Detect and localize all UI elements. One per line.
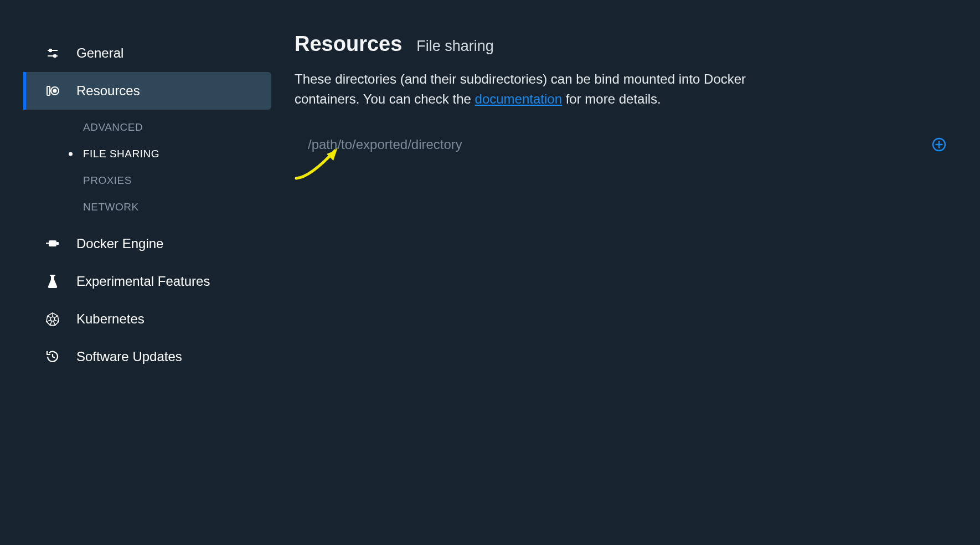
sidebar-item-label: ADVANCED <box>83 121 143 133</box>
sidebar-item-label: General <box>76 45 123 61</box>
engine-icon <box>45 236 60 251</box>
documentation-link[interactable]: documentation <box>475 91 562 106</box>
kubernetes-icon <box>45 312 60 326</box>
resources-icon <box>45 84 60 98</box>
add-path-button[interactable] <box>931 137 947 152</box>
svg-rect-7 <box>46 243 49 244</box>
sidebar: General Resources ADVANCED FILE SHARING … <box>0 0 271 545</box>
main-content: Resources File sharing These directories… <box>271 0 980 545</box>
path-input[interactable] <box>295 133 920 156</box>
resources-subitems: ADVANCED FILE SHARING PROXIES NETWORK <box>23 110 271 225</box>
sidebar-item-software-updates[interactable]: Software Updates <box>23 338 271 376</box>
svg-point-1 <box>49 49 51 52</box>
svg-rect-4 <box>47 86 50 95</box>
sidebar-subitem-network[interactable]: NETWORK <box>83 194 271 220</box>
sliders-icon <box>45 46 60 60</box>
svg-rect-9 <box>56 242 59 245</box>
sidebar-item-label: FILE SHARING <box>83 148 159 160</box>
page-header: Resources File sharing <box>295 32 947 56</box>
plus-circle-icon <box>932 137 946 152</box>
svg-line-16 <box>53 321 55 325</box>
sidebar-item-label: Experimental Features <box>76 274 210 289</box>
svg-point-3 <box>54 55 56 57</box>
sidebar-item-label: Software Updates <box>76 349 182 364</box>
svg-rect-10 <box>50 275 55 276</box>
sidebar-item-label: Resources <box>76 83 140 99</box>
sidebar-item-label: PROXIES <box>83 174 132 187</box>
sidebar-item-label: NETWORK <box>83 201 139 213</box>
sidebar-item-experimental-features[interactable]: Experimental Features <box>23 263 271 300</box>
sidebar-item-resources[interactable]: Resources <box>23 72 271 110</box>
sidebar-item-general[interactable]: General <box>23 34 271 72</box>
sidebar-item-label: Docker Engine <box>76 236 163 251</box>
svg-rect-8 <box>49 240 56 246</box>
svg-line-14 <box>54 316 58 317</box>
sidebar-item-kubernetes[interactable]: Kubernetes <box>23 300 271 338</box>
sidebar-subitem-proxies[interactable]: PROXIES <box>83 167 271 194</box>
svg-line-17 <box>50 321 51 325</box>
svg-point-6 <box>54 90 56 92</box>
sidebar-item-docker-engine[interactable]: Docker Engine <box>23 225 271 263</box>
svg-point-12 <box>50 317 54 321</box>
history-icon <box>45 349 60 364</box>
svg-line-19 <box>48 316 51 317</box>
path-input-row <box>295 133 947 156</box>
sidebar-subitem-advanced[interactable]: ADVANCED <box>83 114 271 141</box>
flask-icon <box>45 274 60 289</box>
sidebar-subitem-file-sharing[interactable]: FILE SHARING <box>83 141 271 167</box>
description-post: for more details. <box>562 91 661 106</box>
page-subtitle: File sharing <box>416 38 494 55</box>
sidebar-item-label: Kubernetes <box>76 311 145 327</box>
page-title: Resources <box>295 32 402 56</box>
description-text: These directories (and their subdirector… <box>295 69 793 109</box>
